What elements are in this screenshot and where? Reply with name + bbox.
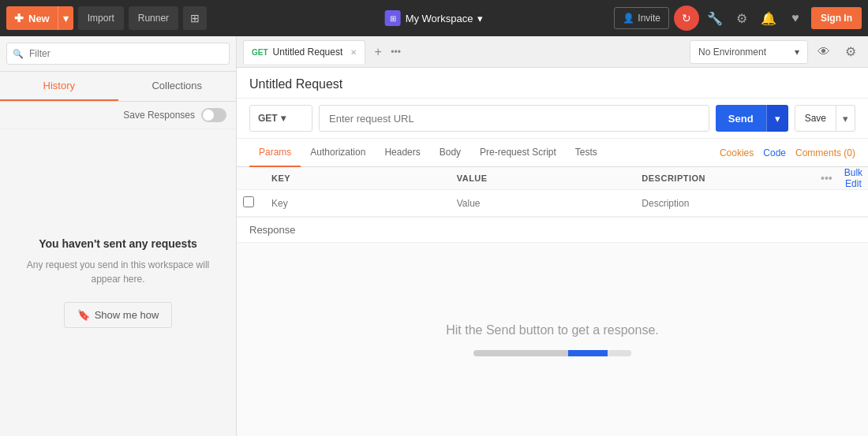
tab-params[interactable]: Params	[249, 139, 301, 167]
runner-button[interactable]: Runner	[129, 6, 178, 30]
invite-button[interactable]: 👤 Invite	[614, 7, 669, 29]
sync-button[interactable]: ↻	[674, 6, 699, 31]
response-progress-bar	[473, 350, 631, 356]
params-value-input[interactable]	[451, 193, 636, 214]
params-table: KEY VALUE DESCRIPTION ••• Bulk Edit	[237, 167, 868, 218]
environment-selector[interactable]: No Environment ▾	[690, 40, 808, 64]
tab-headers[interactable]: Headers	[375, 139, 429, 167]
right-actions: 👤 Invite ↻ 🔧 ⚙ 🔔 ♥ Sign In	[614, 6, 862, 31]
params-key-input[interactable]	[265, 193, 451, 214]
code-link[interactable]: Code	[763, 147, 786, 158]
settings-env-icon-button[interactable]: ⚙	[840, 41, 862, 63]
save-responses-row: Save Responses	[0, 102, 236, 129]
tab-authorization[interactable]: Authorization	[301, 139, 375, 167]
sidebar-tab-history[interactable]: History	[0, 72, 118, 101]
import-button[interactable]: Import	[78, 6, 124, 30]
add-tab-button[interactable]: +	[369, 43, 387, 61]
empty-title: You haven't sent any requests	[39, 237, 197, 250]
response-label: Response	[237, 218, 868, 243]
params-checkbox[interactable]	[243, 196, 254, 207]
empty-description: Any request you send in this workspace w…	[16, 258, 220, 286]
env-chevron-icon: ▾	[795, 47, 799, 58]
wrench-icon-button[interactable]: 🔧	[704, 7, 726, 29]
progress-bar-remain	[608, 350, 631, 356]
method-chevron-icon: ▾	[281, 113, 286, 124]
show-me-label: Show me how	[95, 309, 159, 321]
tab-method-badge: GET	[252, 48, 268, 57]
environment-label: No Environment	[698, 47, 766, 58]
plus-icon: ✚	[14, 12, 24, 24]
filter-input[interactable]	[6, 43, 230, 65]
sidebar: 🔍 History Collections Save Responses You…	[0, 36, 237, 436]
params-desc-header: DESCRIPTION	[635, 167, 821, 189]
filter-wrapper: 🔍	[6, 43, 230, 65]
settings-icon-button[interactable]: ⚙	[731, 7, 753, 29]
response-empty-text: Hit the Send button to get a response.	[446, 323, 659, 337]
save-responses-toggle[interactable]	[201, 108, 226, 122]
method-select[interactable]: GET ▾	[249, 105, 312, 132]
show-me-icon: 🔖	[77, 309, 90, 321]
cookies-link[interactable]: Cookies	[720, 147, 754, 158]
comments-link[interactable]: Comments (0)	[795, 147, 855, 158]
heart-icon-button[interactable]: ♥	[784, 7, 806, 29]
save-arrow-button[interactable]: ▾	[836, 105, 855, 132]
toggle-knob	[203, 110, 214, 121]
progress-bar	[473, 350, 631, 356]
new-button-arrow[interactable]: ▾	[58, 6, 73, 30]
save-button[interactable]: Save	[795, 105, 836, 132]
send-button[interactable]: Send	[716, 105, 766, 132]
tab-body[interactable]: Body	[430, 139, 470, 167]
url-bar: GET ▾ Send ▾ Save ▾	[237, 99, 868, 139]
send-button-group: Send ▾	[716, 105, 788, 132]
send-chevron-icon: ▾	[775, 113, 780, 125]
workspace-name: My Workspace	[406, 13, 473, 24]
tab-bar: GET Untitled Request ✕ + •••	[243, 40, 690, 63]
save-chevron-icon: ▾	[843, 113, 848, 125]
request-tab[interactable]: GET Untitled Request ✕	[243, 40, 365, 64]
request-tabs: Params Authorization Headers Body Pre-re…	[237, 139, 868, 167]
params-check-col	[237, 172, 265, 184]
search-icon: 🔍	[13, 49, 24, 59]
filter-bar: 🔍	[0, 36, 236, 72]
url-input[interactable]	[319, 105, 709, 132]
tab-title: Untitled Request	[273, 47, 343, 58]
save-responses-label: Save Responses	[123, 110, 195, 121]
workspace-icon: ⊞	[385, 10, 401, 26]
method-label: GET	[258, 113, 278, 124]
more-icon[interactable]: •••	[821, 172, 832, 184]
invite-icon: 👤	[623, 13, 634, 24]
response-area: Response Hit the Send button to get a re…	[237, 218, 868, 436]
sidebar-tab-collections[interactable]: Collections	[118, 72, 237, 101]
progress-bar-done	[473, 350, 568, 356]
tab-tests[interactable]: Tests	[566, 139, 607, 167]
request-header: Untitled Request	[237, 68, 868, 99]
send-arrow-button[interactable]: ▾	[766, 105, 788, 132]
show-me-button[interactable]: 🔖 Show me how	[64, 302, 173, 328]
workspace-selector[interactable]: ⊞ My Workspace ▾	[385, 10, 484, 26]
params-key-header: KEY	[265, 167, 451, 189]
sidebar-empty-state: You haven't sent any requests Any reques…	[0, 129, 236, 436]
tab-more-button[interactable]: •••	[391, 47, 401, 58]
params-actions-col: ••• Bulk Edit	[821, 167, 868, 189]
tab-right-actions: Cookies Code Comments (0)	[720, 147, 855, 158]
params-row	[237, 190, 868, 217]
sidebar-tabs: History Collections	[0, 72, 236, 102]
bulk-edit-button[interactable]: Bulk Edit	[839, 167, 868, 189]
tab-pre-request-script[interactable]: Pre-request Script	[470, 139, 566, 167]
new-button[interactable]: ✚ New ▾	[6, 6, 73, 30]
tab-close-icon[interactable]: ✕	[350, 48, 357, 57]
save-button-group: Save ▾	[795, 105, 855, 132]
main-layout: 🔍 History Collections Save Responses You…	[0, 36, 868, 436]
layout-button[interactable]: ⊞	[183, 6, 207, 30]
sign-in-button[interactable]: Sign In	[811, 7, 862, 29]
params-table-header: KEY VALUE DESCRIPTION ••• Bulk Edit	[237, 167, 868, 190]
new-label: New	[28, 13, 50, 24]
new-button-main[interactable]: ✚ New	[6, 12, 58, 24]
progress-bar-active	[568, 350, 608, 356]
workspace-chevron: ▾	[477, 13, 483, 24]
params-desc-input[interactable]	[635, 193, 821, 214]
params-value-header: VALUE	[451, 167, 636, 189]
bell-icon-button[interactable]: 🔔	[758, 7, 780, 29]
params-row-check	[237, 190, 265, 216]
eye-icon-button[interactable]: 👁	[813, 41, 835, 63]
